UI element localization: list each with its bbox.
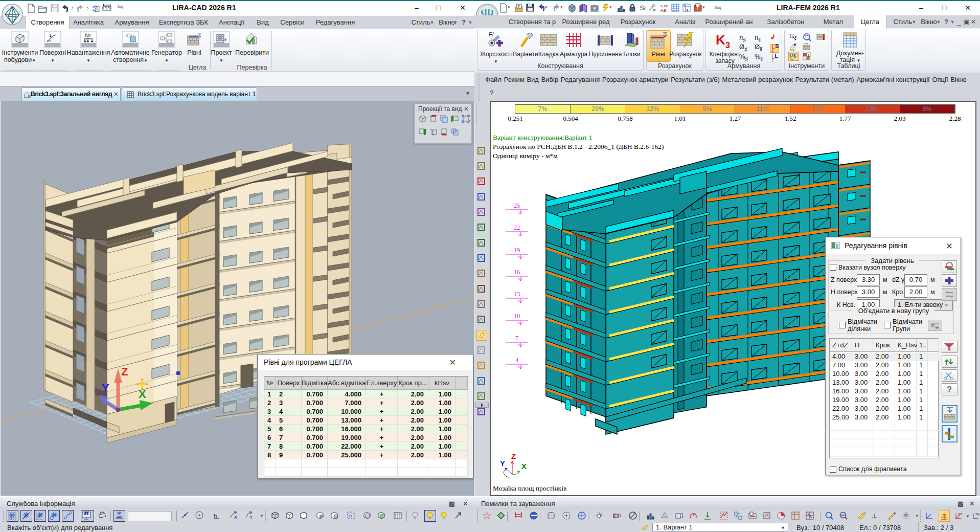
svg-text:O: O bbox=[349, 514, 352, 518]
svg-text:Y: Y bbox=[102, 382, 109, 394]
svg-text:Y: Y bbox=[500, 459, 505, 468]
svg-text:xz: xz bbox=[958, 512, 962, 516]
svg-text:?: ? bbox=[947, 385, 952, 394]
svg-text:3: 3 bbox=[725, 41, 730, 50]
svg-text:Y: Y bbox=[249, 515, 253, 520]
svg-text:Z: Z bbox=[121, 365, 128, 378]
svg-text:xy: xy bbox=[975, 512, 979, 516]
svg-text:№: № bbox=[85, 32, 91, 38]
svg-text:Aa: Aa bbox=[660, 8, 666, 13]
svg-text:X: X bbox=[234, 515, 237, 520]
svg-text:X: X bbox=[521, 462, 527, 471]
svg-text:.L.: .L. bbox=[872, 513, 878, 519]
svg-text:Si: Si bbox=[640, 4, 646, 12]
svg-text:EI: EI bbox=[489, 32, 494, 37]
svg-text:Z: Z bbox=[511, 452, 516, 460]
svg-text:K: K bbox=[716, 32, 725, 48]
